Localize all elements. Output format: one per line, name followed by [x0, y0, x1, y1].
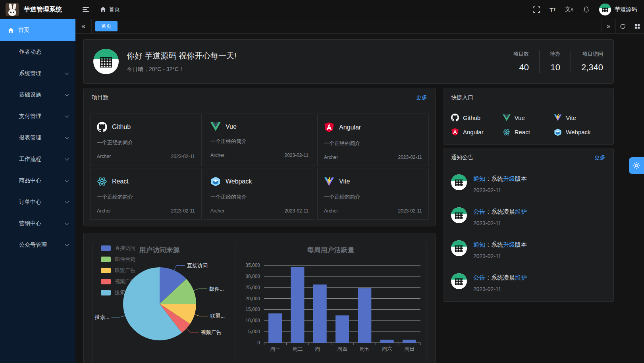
project-date: 2023-02-11 [171, 154, 195, 159]
user-name: 芋道源码 [615, 6, 637, 13]
refresh-button[interactable] [615, 19, 630, 33]
project-card-header: Github [97, 122, 195, 132]
project-description: 一个正经的简介 [324, 140, 422, 147]
notice-title-segment: 通知 [473, 241, 485, 248]
react-icon [503, 128, 511, 136]
notice-body: 通知：系统升级版本2023-02-11 [473, 240, 527, 259]
pie-chart-box: 直接访问邮件营销联盟广告视频广告搜索引擎 用户访问来源 直接访问邮件...联盟.… [93, 242, 226, 363]
sidebar-menu-item[interactable]: 基础设施 [0, 84, 75, 106]
project-card[interactable]: Vite一个正经的简介Archer2023-02-11 [317, 168, 429, 220]
notice-title-segment: 公告 [473, 208, 485, 215]
shortcut-item[interactable]: Angular [451, 128, 503, 136]
notices-panel: 通知公告 更多 通知：系统升级版本2023-02-11公告：系统凌晨维护2023… [443, 148, 614, 302]
home-icon [8, 27, 14, 33]
tabs-scroll-right-button[interactable]: » [601, 19, 615, 33]
shortcuts-panel-header: 快捷入口 [443, 88, 613, 107]
project-card[interactable]: Github一个正经的简介Archer2023-02-11 [90, 114, 202, 166]
notice-item[interactable]: 公告：系统凌晨维护2023-02-11 [451, 266, 605, 299]
project-author: Archer [324, 154, 338, 160]
project-author: Archer [210, 208, 224, 214]
svg-text:20,000: 20,000 [245, 296, 260, 301]
project-author: Archer [210, 153, 224, 158]
shortcut-item[interactable]: Vite [554, 114, 605, 122]
svg-text:25,000: 25,000 [245, 285, 260, 290]
svg-text:周六: 周六 [382, 346, 392, 352]
project-card[interactable]: Webpack一个正经的简介Archer2023-02-11 [204, 168, 315, 220]
shortcuts-grid: GithubVueViteAngularReactWebpack [443, 107, 613, 144]
font-size-icon[interactable]: TT [550, 6, 555, 13]
notice-body: 公告：系统凌晨维护2023-02-11 [473, 273, 527, 292]
page-content: 你好 芋道源码 祝你开心每一天! 今日晴，20°C - 32°C！ 项目数 40… [75, 34, 644, 363]
top-navbar: 芋道管理系统 首页 TT 文A 芋道源码 [0, 0, 644, 19]
notice-title-segment: ：系统凌晨 [485, 208, 515, 215]
svg-text:35,000: 35,000 [245, 263, 260, 268]
notice-item[interactable]: 通知：系统升级版本2023-02-11 [451, 233, 605, 266]
sidebar-menu-item[interactable]: 作者动态 [0, 41, 75, 63]
project-description: 一个正经的简介 [210, 138, 309, 145]
pie-chart: 直接访问邮件...联盟...视频广告搜索... [93, 242, 226, 363]
shortcut-label: React [515, 129, 530, 135]
fullscreen-icon[interactable] [533, 6, 540, 13]
greeting-stats: 项目数 40 待办 10 项目访问 2,340 [503, 50, 604, 73]
notice-date: 2023-02-11 [473, 253, 527, 259]
project-card[interactable]: React一个正经的简介Archer2023-02-11 [90, 168, 202, 220]
sidebar-item-label: 营销中心 [19, 220, 41, 227]
svg-text:周三: 周三 [315, 346, 325, 352]
notice-item[interactable]: 通知：系统升级版本2023-02-11 [451, 167, 605, 200]
tabs-scroll-left-button[interactable]: « [75, 19, 92, 33]
shortcut-item[interactable]: React [503, 128, 554, 136]
svg-text:30,000: 30,000 [245, 274, 260, 279]
shortcut-label: Angular [463, 129, 484, 135]
shortcut-item[interactable]: Vue [503, 114, 554, 122]
svg-text:周二: 周二 [292, 346, 303, 352]
settings-gear-button[interactable] [629, 157, 644, 174]
svg-text:周一: 周一 [270, 346, 280, 352]
notice-item[interactable]: 公告：系统凌晨维护2023-02-11 [451, 200, 605, 233]
sidebar-menu-item[interactable]: 工作流程 [0, 149, 75, 170]
bar-chart: 05,00010,00015,00020,00025,00030,00035,0… [235, 242, 426, 363]
projects-panel-title: 项目数 [92, 94, 108, 101]
notice-title-segment: ：系统 [485, 175, 503, 182]
sidebar-menu-item[interactable]: 商品中心 [0, 170, 75, 191]
locale-icon[interactable]: 文A [565, 6, 573, 13]
svg-text:搜索...: 搜索... [94, 314, 110, 320]
sidebar-menu-item[interactable]: 营销中心 [0, 213, 75, 234]
project-card[interactable]: Angular一个正经的简介Archer2023-02-11 [317, 114, 429, 166]
breadcrumb[interactable]: 首页 [100, 6, 120, 13]
project-name: Github [112, 124, 131, 131]
sidebar-item-label: 报表管理 [19, 134, 41, 141]
svg-text:15,000: 15,000 [245, 307, 260, 312]
shortcuts-panel-title: 快捷入口 [451, 94, 473, 101]
project-description: 一个正经的简介 [97, 139, 195, 146]
svg-text:5,000: 5,000 [248, 329, 260, 334]
sidebar-menu-item[interactable]: 公众号管理 [0, 234, 75, 256]
sidebar-item-home[interactable]: 首页 [0, 19, 75, 41]
project-footer: Archer2023-02-11 [97, 154, 195, 159]
app-title: 芋道管理系统 [24, 6, 62, 14]
chevron-down-icon [65, 71, 69, 75]
shortcut-item[interactable]: Webpack [554, 128, 605, 136]
notice-avatar [451, 273, 467, 289]
sidebar-menu-item[interactable]: 支付管理 [0, 106, 75, 127]
project-author: Archer [97, 208, 111, 214]
project-name: Angular [339, 124, 361, 131]
tabs-menu-grid-icon[interactable] [630, 19, 644, 33]
project-footer: Archer2023-02-11 [97, 208, 195, 214]
sidebar-menu-item[interactable]: 系统管理 [0, 63, 75, 84]
tab-home[interactable]: 首页 [95, 21, 118, 31]
user-menu[interactable]: 芋道源码 [599, 4, 637, 15]
notice-date: 2023-02-11 [473, 286, 527, 292]
svg-text:直接访问: 直接访问 [187, 263, 208, 268]
sidebar-item-label: 工作流程 [19, 156, 41, 163]
sidebar-menu-item[interactable]: 订单中心 [0, 191, 75, 213]
project-card[interactable]: Vue一个正经的简介Archer2023-02-11 [204, 114, 315, 166]
notice-title: 通知：系统升级版本 [473, 174, 527, 183]
menu-fold-icon[interactable] [80, 5, 91, 14]
notification-bell-icon[interactable] [583, 6, 590, 13]
projects-more-link[interactable]: 更多 [416, 94, 427, 101]
svg-text:周四: 周四 [337, 346, 347, 352]
notices-more-link[interactable]: 更多 [594, 154, 605, 161]
shortcut-item[interactable]: Github [451, 114, 503, 122]
chevron-down-icon [65, 242, 69, 246]
sidebar-menu-item[interactable]: 报表管理 [0, 127, 75, 149]
